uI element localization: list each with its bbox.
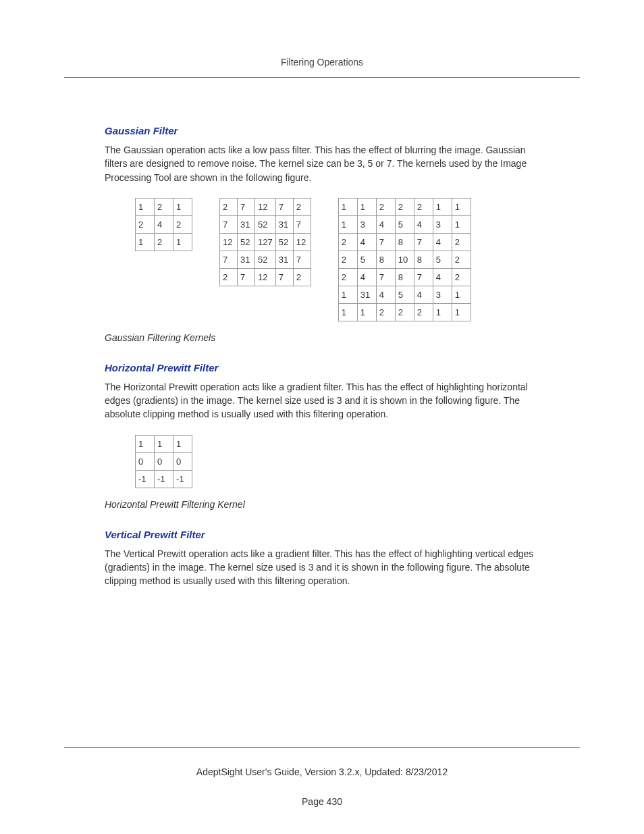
kernel-cell: 12 [255,198,276,215]
kernel-cell: 8 [414,251,433,268]
hprewitt-kernel-wrap: 111000-1-1-1 [135,435,539,488]
kernel-cell: 2 [293,268,311,286]
kernel-cell: 52 [255,215,276,233]
kernel-cell: 4 [414,286,433,303]
kernel-cell: 52 [275,233,293,251]
vprewitt-heading: Vertical Prewitt Filter [105,529,539,540]
kernel-cell: 2 [395,198,414,215]
kernel-cell: 7 [238,268,255,286]
kernel-cell: 1 [338,286,357,303]
kernel-cell: 8 [395,233,414,251]
kernel-cell: 2 [293,198,311,215]
kernel-cell: 7 [414,233,433,251]
kernel-cell: 7 [414,268,433,286]
kernel-cell: 2 [173,215,192,233]
kernel-cell: 4 [414,215,433,233]
hprewitt-caption: Horizontal Prewitt Filtering Kernel [105,499,539,510]
kernel-cell: 1 [433,303,452,321]
kernel-cell: 1 [357,303,376,321]
kernel-cell: 1 [433,198,452,215]
kernel-cell: 2 [395,303,414,321]
kernel-cell: 127 [255,233,276,251]
kernel-cell: 8 [376,251,395,268]
kernel-cell: 7 [293,215,311,233]
gaussian-kernel-5x5: 271272731523171252127521273152317271272 [219,198,311,286]
vprewitt-paragraph: The Vertical Prewitt operation acts like… [105,547,539,588]
kernel-cell: 10 [395,251,414,268]
hprewitt-heading: Horizontal Prewitt Filter [105,362,539,373]
kernel-cell: 31 [275,251,293,268]
kernel-cell: 0 [155,452,173,470]
kernel-cell: 0 [136,452,155,470]
kernel-cell: 1 [155,435,173,452]
kernel-cell: 1 [338,303,357,321]
kernel-cell: 2 [220,268,238,286]
kernel-cell: 31 [238,215,255,233]
kernel-cell: 7 [238,198,255,215]
kernel-cell: 2 [338,268,357,286]
kernel-cell: 2 [452,268,471,286]
gaussian-caption: Gaussian Filtering Kernels [105,332,539,343]
kernel-cell: 5 [357,251,376,268]
kernel-cell: 4 [376,215,395,233]
kernel-cell: 2 [452,251,471,268]
footer-guide-line: AdeptSight User's Guide, Version 3.2.x, … [0,766,644,777]
page-content: Gaussian Filter The Gaussian operation a… [64,125,580,588]
kernel-cell: 1 [338,215,357,233]
hprewitt-paragraph: The Horizontal Prewitt operation acts li… [105,380,539,421]
kernel-cell: 3 [357,215,376,233]
gaussian-paragraph: The Gaussian operation acts like a low p… [105,143,539,184]
kernel-cell: 7 [275,268,293,286]
kernel-cell: 2 [155,198,173,215]
gaussian-heading: Gaussian Filter [105,125,539,136]
gaussian-kernel-3x3: 121242121 [135,198,192,251]
kernel-cell: 7 [275,198,293,215]
kernel-cell: 5 [395,286,414,303]
kernel-cell: 31 [275,215,293,233]
kernel-cell: 4 [376,286,395,303]
header-title: Filtering Operations [281,57,363,68]
kernel-cell: 1 [173,233,192,251]
kernel-cell: 0 [173,452,192,470]
hprewitt-kernel-3x3: 111000-1-1-1 [135,435,192,488]
kernel-cell: 2 [338,233,357,251]
kernel-cell: 1 [136,233,155,251]
kernel-cell: 1 [452,198,471,215]
kernel-cell: 2 [220,198,238,215]
kernel-cell: 1 [452,286,471,303]
kernel-cell: 5 [433,251,452,268]
kernel-cell: 2 [414,198,433,215]
kernel-cell: 4 [433,233,452,251]
kernel-cell: 1 [173,435,192,452]
kernel-cell: 2 [452,233,471,251]
kernel-cell: 4 [357,233,376,251]
kernel-cell: 3 [433,286,452,303]
kernel-cell: 4 [433,268,452,286]
kernel-cell: 7 [293,251,311,268]
kernel-cell: 7 [220,215,238,233]
kernel-cell: 4 [357,268,376,286]
kernel-cell: 2 [414,303,433,321]
kernel-cell: 7 [376,268,395,286]
kernel-cell: -1 [173,470,192,488]
kernel-cell: 7 [376,233,395,251]
kernel-cell: 12 [255,268,276,286]
kernel-cell: 1 [338,198,357,215]
gaussian-kernels-row: 121242121 271272731523171252127521273152… [135,198,539,321]
kernel-cell: 31 [238,251,255,268]
footer-page-number: Page 430 [0,796,644,807]
page-footer: AdeptSight User's Guide, Version 3.2.x, … [0,747,644,807]
kernel-cell: -1 [136,470,155,488]
kernel-cell: 5 [395,215,414,233]
kernel-cell: 2 [136,215,155,233]
kernel-cell: 1 [136,198,155,215]
gaussian-kernel-7x7: 1122211134543124787422581085224787421314… [338,198,471,321]
kernel-cell: 1 [357,198,376,215]
kernel-cell: 2 [155,233,173,251]
kernel-cell: 52 [238,233,255,251]
kernel-cell: 31 [357,286,376,303]
kernel-cell: 2 [376,303,395,321]
page-header: Filtering Operations [64,57,580,78]
kernel-cell: 52 [255,251,276,268]
kernel-cell: 1 [136,435,155,452]
